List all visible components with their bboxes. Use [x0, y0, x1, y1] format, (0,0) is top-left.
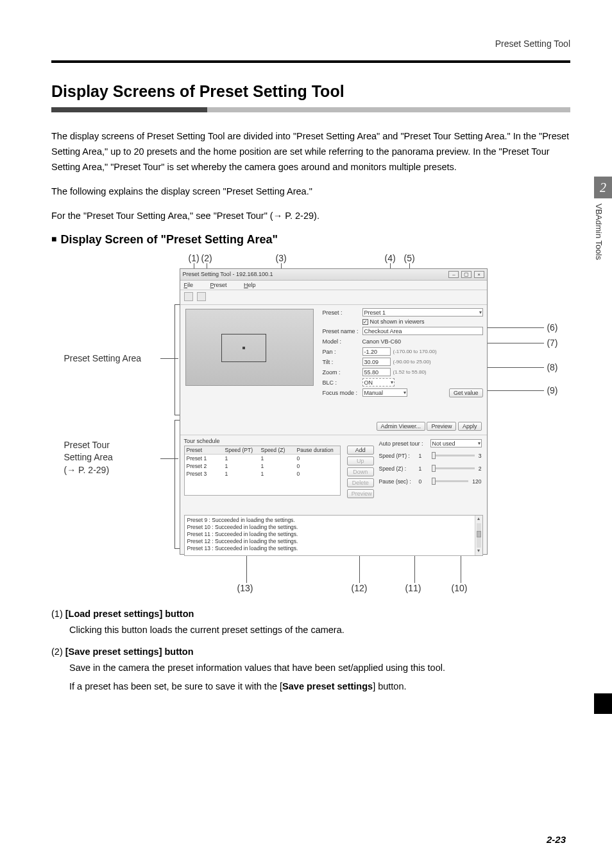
callout-preset-tour-area: Preset Tour Setting Area (→ P. 2-29) [64, 439, 160, 477]
not-shown-checkbox[interactable]: ✓Not shown in viewers [362, 318, 425, 325]
preset-frame[interactable] [221, 334, 266, 362]
panorama-preview[interactable] [185, 309, 314, 386]
callout-12: (12) [352, 583, 368, 593]
close-icon[interactable]: × [474, 271, 484, 278]
leader-6 [488, 327, 544, 328]
chapter-label: VBAdmin Tools [594, 198, 604, 260]
preset-name-input[interactable]: Checkout Area [362, 327, 483, 335]
leader-12v [359, 555, 360, 583]
model-value: Canon VB-C60 [362, 338, 483, 345]
scroll-down-icon[interactable]: ▾ [475, 548, 482, 555]
zoom-input[interactable]: 55.80 [362, 368, 391, 376]
def-2-text-b: If a preset has been set, be sure to sav… [69, 679, 570, 694]
callout-11: (11) [405, 583, 421, 593]
callout-9: (9) [547, 385, 557, 395]
bracket-a-b [174, 415, 180, 415]
auto-tour-combo[interactable]: Not used [430, 439, 482, 447]
pause-slider[interactable] [432, 480, 469, 482]
bracket-b-t [174, 420, 180, 421]
apply-button[interactable]: Apply [458, 422, 482, 431]
leader-13v [246, 555, 247, 583]
menu-file[interactable]: File [184, 282, 201, 288]
zoom-label: Zoom : [323, 369, 362, 376]
bracket-b-b [174, 548, 180, 549]
tilt-label: Tilt : [323, 359, 362, 365]
tour-sliders: Auto preset tour : Not used Speed (PT) :… [377, 435, 487, 512]
side-tab: 2 VBAdmin Tools [594, 177, 612, 260]
minimize-icon[interactable]: – [448, 271, 459, 278]
pause-value: 0 [419, 478, 428, 485]
callout-1: (1) [189, 253, 200, 263]
tour-preview-button[interactable]: Preview [347, 489, 374, 498]
intro-para-2: The following explains the display scree… [51, 184, 570, 200]
leader-a [160, 358, 178, 359]
zoom-range: (1.52 to 55.80) [393, 369, 427, 375]
tour-schedule-table[interactable]: Preset Speed (PT) Speed (Z) Pause durati… [184, 446, 341, 496]
callout-7: (7) [547, 338, 557, 348]
log-line: Preset 13 : Succeeded in loading the set… [187, 545, 480, 552]
col-preset: Preset [185, 446, 223, 454]
preview-button[interactable]: Preview [427, 422, 456, 431]
preset-combo[interactable]: Preset 1 [362, 308, 483, 317]
speed-pt-max: 3 [479, 453, 482, 459]
bracket-b [174, 420, 175, 548]
toolbar [180, 290, 487, 305]
pause-label: Pause (sec) : [379, 478, 419, 485]
scrollbar[interactable]: ▴ ▾ [475, 516, 482, 555]
callout-6: (6) [547, 322, 557, 333]
scroll-up-icon[interactable]: ▴ [475, 516, 482, 523]
speed-z-label: Speed (Z) : [379, 465, 419, 472]
tour-schedule-panel: Tour schedule Preset Speed (PT) Speed (Z… [180, 435, 345, 512]
load-preset-icon[interactable] [184, 292, 193, 301]
admin-viewer-button[interactable]: Admin Viewer... [377, 422, 425, 431]
maximize-icon[interactable]: ▢ [461, 271, 472, 278]
scroll-thumb[interactable] [477, 531, 481, 537]
def-2: (2) [Save preset settings] button Save i… [51, 647, 570, 694]
menubar: File Preset Help [180, 281, 487, 290]
up-button[interactable]: Up [347, 456, 374, 465]
titlebar[interactable]: Preset Setting Tool - 192.168.100.1 – ▢ … [180, 269, 487, 281]
focus-combo[interactable]: Manual [362, 388, 407, 397]
chapter-number: 2 [594, 177, 612, 198]
blc-combo[interactable]: ON [362, 378, 395, 386]
page-title: Display Screens of Preset Setting Tool [51, 82, 570, 101]
tilt-input[interactable]: 30.09 [362, 358, 391, 366]
callout-10: (10) [452, 583, 468, 593]
speed-z-max: 2 [479, 465, 482, 472]
col-speed-z: Speed (Z) [259, 446, 295, 454]
pan-label: Pan : [323, 349, 362, 355]
delete-button[interactable]: Delete [347, 478, 374, 487]
annotated-figure: (1) (2) (3) (4) (5) (6) (7) (8) (9) Pres… [64, 253, 558, 593]
window-title: Preset Setting Tool - 192.168.100.1 [183, 271, 273, 277]
bracket-a [174, 304, 175, 415]
header-tool-name: Preset Setting Tool [51, 39, 570, 49]
tour-schedule-title: Tour schedule [184, 438, 341, 444]
menu-help[interactable]: Help [244, 282, 264, 288]
save-preset-icon[interactable] [197, 292, 206, 301]
center-dot-icon [242, 347, 245, 349]
action-button-row: Admin Viewer... Preview Apply [180, 419, 487, 435]
log-line: Preset 10 : Succeeded in loading the set… [187, 524, 480, 531]
table-row[interactable]: Preset 2110 [185, 462, 341, 470]
speed-pt-value: 1 [419, 453, 428, 459]
def-1: (1) [Load preset settings] button Clicki… [51, 609, 570, 638]
get-value-button[interactable]: Get value [449, 388, 483, 397]
table-row[interactable]: Preset 3110 [185, 470, 341, 478]
speed-z-slider[interactable] [432, 467, 475, 469]
down-button[interactable]: Down [347, 467, 374, 476]
pause-max: 120 [472, 478, 481, 485]
definitions: (1) [Load preset settings] button Clicki… [51, 609, 570, 695]
add-button[interactable]: Add [347, 446, 374, 455]
model-label: Model : [323, 338, 362, 345]
rule-top [51, 60, 570, 63]
auto-tour-label: Auto preset tour : [379, 440, 430, 447]
window-buttons[interactable]: – ▢ × [448, 271, 484, 278]
focus-label: Focus mode : [323, 390, 362, 396]
menu-preset[interactable]: Preset [210, 282, 235, 288]
pan-input[interactable]: -1.20 [362, 347, 391, 356]
table-row[interactable]: Preset 1110 [185, 455, 341, 462]
leader-b [160, 458, 178, 459]
speed-pt-slider[interactable] [432, 455, 475, 456]
leader-9 [488, 390, 544, 391]
preset-fields: Preset : Preset 1 ✓Not shown in viewers … [319, 305, 487, 419]
